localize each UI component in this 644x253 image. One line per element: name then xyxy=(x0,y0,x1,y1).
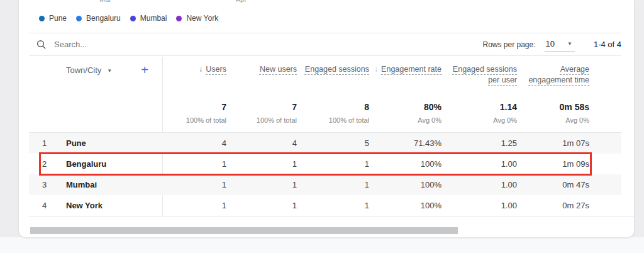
series-dot-icon xyxy=(76,16,82,21)
users-cell: 4 xyxy=(162,138,226,148)
legend-item-new-york[interactable]: New York xyxy=(176,14,218,23)
pagination-range: 1-4 of 4 xyxy=(594,40,621,49)
table-row-bengaluru[interactable]: 2 Bengaluru 1 1 1 100% 1.00 1m 09s xyxy=(29,154,621,174)
totals-users: 7 100% of total xyxy=(162,100,226,132)
analytics-table-card: Mar Apr Pune Bengaluru Mumbai New York xyxy=(19,0,634,237)
engaged-sessions-cell: 1 xyxy=(297,201,369,210)
legend-item-pune[interactable]: Pune xyxy=(39,14,67,23)
engaged-sessions-cell: 1 xyxy=(297,159,369,169)
legend-label: Bengaluru xyxy=(86,14,121,23)
data-table: Town/City ▼ + ↓ Users New users Engaged … xyxy=(19,56,634,234)
row-number-header xyxy=(29,64,60,100)
rows-per-page-label: Rows per page: xyxy=(482,40,535,49)
search-box xyxy=(36,40,250,50)
engagement-rate-cell: 71.43% xyxy=(369,138,441,148)
users-cell: 1 xyxy=(162,180,226,189)
table-row-pune[interactable]: 1 Pune 4 4 5 71.43% 1.25 1m 07s xyxy=(29,133,621,154)
engaged-sessions-cell: 1 xyxy=(297,180,369,189)
pagination-controls: Rows per page: 10 ▼ 1-4 of 4 xyxy=(482,38,621,52)
column-header-label: Engagement rate xyxy=(381,64,441,75)
column-header-engagement-rate[interactable]: ↓ Engagement rate xyxy=(369,64,441,100)
totals-engagement-rate: 80% Avg 0% xyxy=(369,100,441,132)
scrollbar-thumb[interactable] xyxy=(30,227,458,234)
column-header-label: Engaged sessions per user xyxy=(441,64,517,86)
city-cell: New York xyxy=(60,201,162,210)
column-header-engaged-sessions-per-user[interactable]: Engaged sessions per user xyxy=(441,64,517,100)
column-header-average-engagement-time[interactable]: Average engagement time xyxy=(517,64,589,100)
dimension-header: Town/City ▼ + xyxy=(60,64,162,100)
new-users-cell: 1 xyxy=(226,159,297,169)
engaged-sessions-per-user-cell: 1.00 xyxy=(441,159,517,169)
chart-legend: Pune Bengaluru Mumbai New York xyxy=(19,0,634,33)
page: Mar Apr Pune Bengaluru Mumbai New York xyxy=(0,0,644,253)
sort-descending-icon: ↓ xyxy=(199,64,203,75)
dimension-header-town-city[interactable]: Town/City xyxy=(66,65,101,75)
series-dot-icon xyxy=(39,16,45,21)
engaged-sessions-cell: 5 xyxy=(297,138,369,148)
chart-axis-label-apr: Apr xyxy=(236,0,247,3)
rows-per-page-value: 10 xyxy=(546,39,555,48)
table-row-mumbai[interactable]: 3 Mumbai 1 1 1 100% 1.00 0m 47s xyxy=(29,174,621,195)
sort-descending-icon: ↓ xyxy=(374,64,378,75)
add-comparison-button[interactable]: + xyxy=(141,64,148,76)
row-index: 4 xyxy=(29,201,60,210)
average-engagement-time-cell: 1m 07s xyxy=(517,138,589,148)
average-engagement-time-cell: 0m 27s xyxy=(517,201,589,210)
legend-label: Mumbai xyxy=(140,14,167,23)
legend-item-mumbai[interactable]: Mumbai xyxy=(130,14,167,23)
average-engagement-time-cell: 0m 47s xyxy=(517,180,589,189)
row-index: 3 xyxy=(29,180,60,189)
city-cell: Bengaluru xyxy=(60,159,162,169)
legend-item-bengaluru[interactable]: Bengaluru xyxy=(76,14,121,23)
row-index: 2 xyxy=(29,159,60,169)
column-header-engaged-sessions[interactable]: Engaged sessions xyxy=(297,64,369,100)
city-cell: Mumbai xyxy=(60,180,162,189)
column-header-label: Engaged sessions xyxy=(305,64,369,75)
totals-engaged-sessions: 8 100% of total xyxy=(297,100,369,132)
table-row-new-york[interactable]: 4 New York 1 1 1 100% 1.00 0m 27s xyxy=(29,195,621,216)
series-dot-icon xyxy=(176,16,182,21)
rows-per-page-select[interactable]: 10 ▼ xyxy=(545,38,575,52)
table-toolbar: Rows per page: 10 ▼ 1-4 of 4 xyxy=(19,33,634,55)
average-engagement-time-cell: 1m 09s xyxy=(517,159,589,169)
page-background-band xyxy=(0,237,644,253)
search-icon xyxy=(36,40,47,50)
city-cell: Pune xyxy=(60,138,162,148)
search-input[interactable] xyxy=(54,40,230,49)
table-body: 1 Pune 4 4 5 71.43% 1.25 1m 07s 2 Bengal… xyxy=(29,133,634,216)
column-header-users[interactable]: ↓ Users xyxy=(162,64,226,100)
horizontal-scrollbar xyxy=(29,227,621,234)
totals-average-engagement-time: 0m 58s Avg 0% xyxy=(517,100,589,132)
chart-axis-label-mar: Mar xyxy=(99,0,111,3)
legend-label: New York xyxy=(186,14,218,23)
engagement-rate-cell: 100% xyxy=(369,180,441,189)
column-header-label: Average engagement time xyxy=(517,64,589,86)
totals-engaged-sessions-per-user: 1.14 Avg 0% xyxy=(441,100,517,132)
series-dot-icon xyxy=(130,16,136,21)
chevron-down-icon[interactable]: ▼ xyxy=(107,68,112,74)
row-index: 1 xyxy=(29,138,60,148)
table-totals-row: 7 100% of total 7 100% of total 8 100% o… xyxy=(29,100,621,133)
legend-label: Pune xyxy=(49,14,67,23)
new-users-cell: 1 xyxy=(226,201,297,210)
users-cell: 1 xyxy=(162,201,226,210)
engagement-rate-cell: 100% xyxy=(369,159,441,169)
new-users-cell: 1 xyxy=(226,180,297,189)
table-header-row: Town/City ▼ + ↓ Users New users Engaged … xyxy=(29,56,621,100)
totals-new-users: 7 100% of total xyxy=(226,100,297,132)
engaged-sessions-per-user-cell: 1.00 xyxy=(441,180,517,189)
users-cell: 1 xyxy=(162,159,226,169)
column-header-new-users[interactable]: New users xyxy=(226,64,297,100)
new-users-cell: 4 xyxy=(226,138,297,148)
engagement-rate-cell: 100% xyxy=(369,201,441,210)
column-header-label: Users xyxy=(206,64,226,75)
column-header-label: New users xyxy=(260,64,297,75)
engaged-sessions-per-user-cell: 1.00 xyxy=(441,201,517,210)
engaged-sessions-per-user-cell: 1.25 xyxy=(441,138,517,148)
chevron-down-icon: ▼ xyxy=(567,41,572,47)
